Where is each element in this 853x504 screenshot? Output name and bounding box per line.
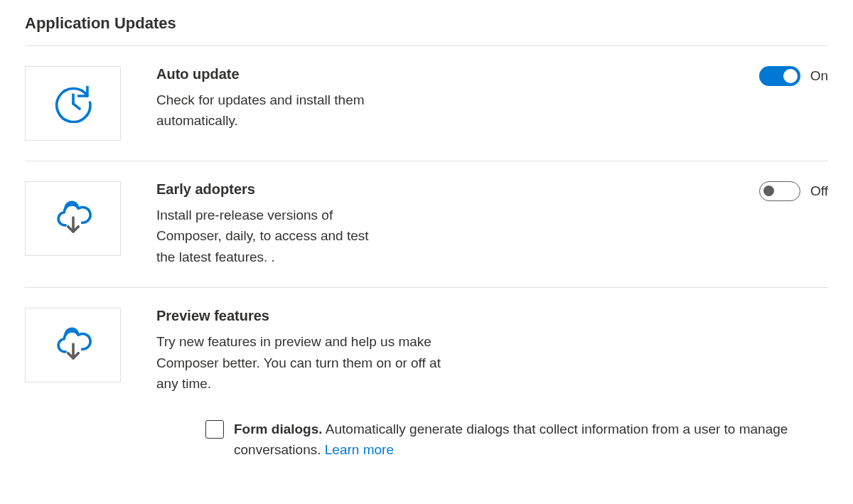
toggle-label: On xyxy=(810,68,828,84)
auto-update-icon-box xyxy=(25,66,121,141)
setting-title: Auto update xyxy=(156,66,441,82)
learn-more-link[interactable]: Learn more xyxy=(325,442,394,457)
preview-features-text: Preview features Try new features in pre… xyxy=(156,308,448,394)
setting-title: Early adopters xyxy=(156,181,391,198)
svg-line-1 xyxy=(73,103,80,108)
toggle-col: On xyxy=(759,66,828,86)
auto-update-toggle[interactable] xyxy=(759,66,800,86)
checkbox-title: Form dialogs. xyxy=(234,422,323,436)
cloud-download-icon xyxy=(53,197,94,241)
form-dialogs-checkbox[interactable] xyxy=(205,420,224,439)
toggle-col: Off xyxy=(759,181,828,201)
early-adopters-toggle[interactable] xyxy=(759,181,800,201)
form-dialogs-checkbox-row: Form dialogs. Automatically generate dia… xyxy=(205,419,828,461)
setting-desc: Try new features in preview and help us … xyxy=(156,331,448,394)
early-adopters-text: Early adopters Install pre-release versi… xyxy=(156,181,391,267)
checkbox-text: Form dialogs. Automatically generate dia… xyxy=(234,419,828,461)
setting-row-preview-features: Preview features Try new features in pre… xyxy=(25,288,828,480)
toggle-label: Off xyxy=(810,183,828,199)
cloud-download-icon xyxy=(53,323,94,368)
section-title: Application Updates xyxy=(25,14,828,33)
setting-row-early-adopters: Early adopters Install pre-release versi… xyxy=(25,161,828,288)
setting-desc: Install pre-release versions of Composer… xyxy=(156,205,391,267)
preview-features-icon-box xyxy=(25,308,121,382)
setting-desc: Check for updates and install them autom… xyxy=(156,90,441,132)
setting-row-auto-update: Auto update Check for updates and instal… xyxy=(25,46,828,161)
early-adopters-icon-box xyxy=(25,181,121,256)
refresh-clock-icon xyxy=(53,82,94,126)
setting-title: Preview features xyxy=(156,308,448,324)
auto-update-text: Auto update Check for updates and instal… xyxy=(156,66,441,132)
